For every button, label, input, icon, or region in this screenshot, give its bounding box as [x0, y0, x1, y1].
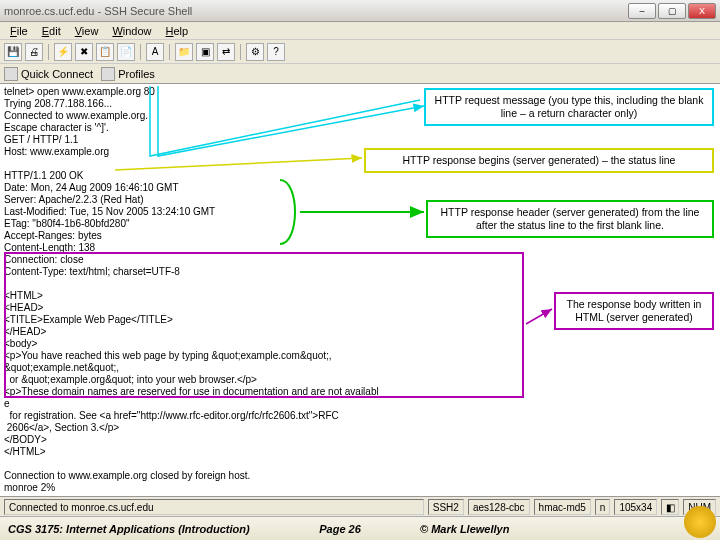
- callout-request: HTTP request message (you type this, inc…: [424, 88, 714, 126]
- terminal-line: </HTML>: [4, 446, 716, 458]
- callout-body: The response body written in HTML (serve…: [554, 292, 714, 330]
- status-size: 105x34: [614, 499, 657, 515]
- footer-page: Page 26: [300, 523, 380, 535]
- profiles-label: Profiles: [118, 68, 155, 80]
- terminal-line: [4, 458, 716, 470]
- status-connection: Connected to monroe.cs.ucf.edu: [4, 499, 424, 515]
- terminal-line: for registration. See <a href="http://ww…: [4, 410, 716, 422]
- maximize-button[interactable]: ▢: [658, 3, 686, 19]
- menu-window[interactable]: Window: [106, 25, 157, 37]
- minimize-button[interactable]: –: [628, 3, 656, 19]
- paste-icon[interactable]: 📄: [117, 43, 135, 61]
- menubar: File Edit View Window Help: [0, 22, 720, 40]
- connect-icon[interactable]: ⚡: [54, 43, 72, 61]
- folder-icon[interactable]: 📁: [175, 43, 193, 61]
- print-icon[interactable]: 🖨: [25, 43, 43, 61]
- window-title: monroe.cs.ucf.edu - SSH Secure Shell: [4, 5, 628, 17]
- slide-footer: CGS 3175: Internet Applications (Introdu…: [0, 516, 720, 540]
- terminal-line: Connection: close: [4, 254, 716, 266]
- folder-icon: [101, 67, 115, 81]
- terminal-icon[interactable]: ▣: [196, 43, 214, 61]
- find-icon[interactable]: A: [146, 43, 164, 61]
- copy-icon[interactable]: 📋: [96, 43, 114, 61]
- terminal-line: e: [4, 398, 716, 410]
- status-icon: ◧: [661, 499, 679, 515]
- callout-status: HTTP response begins (server generated) …: [364, 148, 714, 173]
- terminal-line: <body>: [4, 338, 716, 350]
- terminal-line: or &quot;example.org&quot; into your web…: [4, 374, 716, 386]
- status-mac: hmac-md5: [534, 499, 591, 515]
- profiles-button[interactable]: Profiles: [101, 67, 155, 81]
- terminal-line: GET / HTTP/ 1.1: [4, 134, 716, 146]
- settings-icon[interactable]: ⚙: [246, 43, 264, 61]
- help-icon[interactable]: ?: [267, 43, 285, 61]
- terminal-line: Date: Mon, 24 Aug 2009 16:46:10 GMT: [4, 182, 716, 194]
- terminal-line: &quot;example.net&quot;,: [4, 362, 716, 374]
- statusbar: Connected to monroe.cs.ucf.edu SSH2 aes1…: [0, 496, 720, 516]
- callout-headers: HTTP response header (server generated) …: [426, 200, 714, 238]
- save-icon[interactable]: 💾: [4, 43, 22, 61]
- terminal-line: <p>These domain names are reserved for u…: [4, 386, 716, 398]
- ucf-logo-icon: [684, 506, 716, 538]
- terminal-output: telnet> open www.example.org 80Trying 20…: [0, 84, 720, 496]
- terminal-line: Connection to www.example.org closed by …: [4, 470, 716, 482]
- menu-help[interactable]: Help: [160, 25, 195, 37]
- quickbar: Quick Connect Profiles: [0, 64, 720, 84]
- status-comp: n: [595, 499, 611, 515]
- terminal-line: Content-Type: text/html; charset=UTF-8: [4, 266, 716, 278]
- quick-connect-label: Quick Connect: [21, 68, 93, 80]
- menu-file[interactable]: File: [4, 25, 34, 37]
- close-button[interactable]: X: [688, 3, 716, 19]
- terminal-line: Content-Length: 138: [4, 242, 716, 254]
- menu-edit[interactable]: Edit: [36, 25, 67, 37]
- window-controls: – ▢ X: [628, 3, 716, 19]
- status-cipher: aes128-cbc: [468, 499, 530, 515]
- terminal-line: 2606</a>, Section 3.</p>: [4, 422, 716, 434]
- terminal-line: [4, 278, 716, 290]
- footer-author: © Mark Llewellyn: [380, 523, 712, 535]
- titlebar: monroe.cs.ucf.edu - SSH Secure Shell – ▢…: [0, 0, 720, 22]
- transfer-icon[interactable]: ⇄: [217, 43, 235, 61]
- terminal-line: <p>You have reached this web page by typ…: [4, 350, 716, 362]
- lightning-icon: [4, 67, 18, 81]
- menu-view[interactable]: View: [69, 25, 105, 37]
- terminal-line: </BODY>: [4, 434, 716, 446]
- disconnect-icon[interactable]: ✖: [75, 43, 93, 61]
- terminal-line: monroe 2%: [4, 482, 716, 494]
- quick-connect-button[interactable]: Quick Connect: [4, 67, 93, 81]
- footer-course: CGS 3175: Internet Applications (Introdu…: [8, 523, 300, 535]
- toolbar: 💾 🖨 ⚡ ✖ 📋 📄 A 📁 ▣ ⇄ ⚙ ?: [0, 40, 720, 64]
- status-ssh: SSH2: [428, 499, 464, 515]
